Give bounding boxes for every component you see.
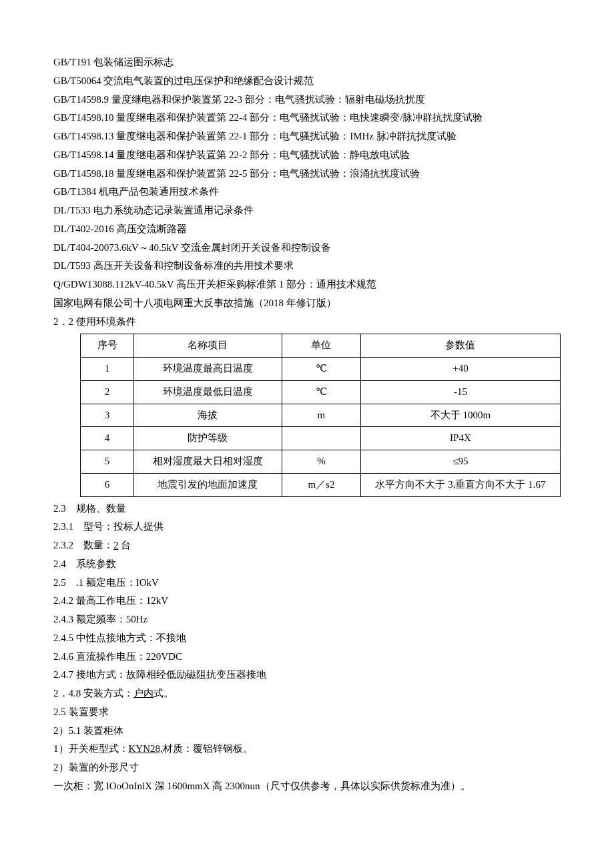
cell-value: 不大于 1000m — [360, 404, 560, 427]
cell-item: 环境温度最低日温度 — [134, 380, 282, 404]
cell-item: 防护等级 — [134, 427, 282, 450]
standard-line: GB/T14598.14 量度继电器和保护装置第 22-2 部分：电气骚扰试验：… — [53, 146, 561, 165]
text: 2．4.8 安装方式： — [53, 688, 133, 699]
section-2-4-8: 2．4.8 安装方式：户内式。 — [53, 685, 561, 703]
section-2-3-2: 2.3.2 数量：2 台 — [53, 536, 561, 555]
environment-conditions-table: 序号 名称项目 单位 参数值 1 环境温度最高日温度 ℃ +40 2 环境温度最… — [80, 334, 561, 496]
cell-unit — [282, 427, 360, 450]
cell-no: 4 — [81, 427, 134, 450]
cell-item: 相对湿度最大日相对湿度 — [134, 450, 282, 474]
install-mode: 户内 — [133, 688, 154, 699]
section-2-4-5: 2.4.5 中性点接地方式：不接地 — [53, 629, 561, 648]
section-2-4-6: 2.4.6 直流操作电压：220VDC — [53, 648, 561, 667]
text: 式。 — [154, 688, 174, 699]
cell-value: IP4X — [360, 427, 560, 450]
section-2-4-7: 2.4.7 接地方式：故障相经低励磁阻抗变压器接地 — [53, 666, 561, 685]
section-2-4-2: 2.4.2 最高工作电压：12kV — [53, 592, 561, 610]
text: 1）开关柜型式： — [53, 743, 129, 754]
standard-line: GB/T1384 机电产品包装通用技术条件 — [53, 183, 561, 201]
table-row: 2 环境温度最低日温度 ℃ -15 — [81, 380, 561, 404]
cell-unit: ℃ — [282, 380, 360, 404]
standard-line: GB/T191 包装储运图示标志 — [53, 53, 561, 72]
cell-unit: m — [282, 404, 360, 427]
standard-line: GB/T14598.9 量度继电器和保护装置第 22-3 部分：电气骚扰试验：辐… — [53, 91, 561, 109]
standards-list: GB/T191 包装储运图示标志 GB/T50064 交流电气装置的过电压保护和… — [53, 53, 561, 313]
quantity-value: 2 — [113, 540, 119, 550]
section-2-5-1-title: 2）5.1 装置柜体 — [53, 722, 561, 741]
table-row: 5 相对湿度最大日相对湿度 % ≤95 — [81, 450, 561, 474]
standard-line: GB/T14598.13 量度继电器和保护装置第 22-1 部分：电气骚扰试验：… — [53, 127, 561, 146]
cell-no: 2 — [81, 380, 134, 404]
table-header-row: 序号 名称项目 单位 参数值 — [81, 334, 561, 358]
cell-no: 1 — [81, 358, 134, 381]
cell-item: 地震引发的地面加速度 — [134, 473, 282, 496]
cabinet-model: KYN28, — [129, 743, 163, 754]
table-row: 3 海拔 m 不大于 1000m — [81, 404, 561, 427]
table-row: 1 环境温度最高日温度 ℃ +40 — [81, 358, 561, 381]
table-row: 6 地震引发的地面加速度 m／s2 水平方向不大于 3,垂直方向不大于 1.67 — [81, 473, 561, 496]
section-2-5: 2.5 装置要求 — [53, 703, 561, 722]
text: 材质：覆铝锌钢板。 — [163, 743, 253, 754]
standard-line: DL/T533 电力系统动态记录装置通用记录条件 — [53, 201, 561, 220]
section-2-3-1: 2.3.1 型号：投标人提供 — [53, 518, 561, 536]
cabinet-type-line: 1）开关柜型式：KYN28,材质：覆铝锌钢板。 — [53, 740, 561, 759]
section-2-3: 2.3 规格、数量 — [53, 500, 561, 518]
cell-no: 3 — [81, 404, 134, 427]
cell-value: -15 — [360, 380, 560, 404]
standard-line: DL/T402-2016 高压交流断路器 — [53, 220, 561, 239]
section-2-2-heading: 2．2 使用环境条件 — [53, 313, 561, 332]
section-2-5-1: 2.5 .1 额定电压：IOkV — [53, 574, 561, 592]
cell-no: 6 — [81, 473, 134, 496]
header-value: 参数值 — [360, 334, 560, 358]
header-unit: 单位 — [282, 334, 360, 358]
standard-line: GB/T14598.18 量度继电器和保护装置第 22-5 部分：电气骚扰试验：… — [53, 165, 561, 183]
standard-line: 国家电网有限公司十八项电网重大反事故措施（2018 年修订版） — [53, 294, 561, 313]
standard-line: DL/T593 高压开关设备和控制设备标准的共用技术要求 — [53, 257, 561, 276]
cell-unit: % — [282, 450, 360, 474]
table-row: 4 防护等级 IP4X — [81, 427, 561, 450]
header-no: 序号 — [81, 334, 134, 358]
section-2-4: 2.4 系统参数 — [53, 555, 561, 574]
text: 台 — [119, 540, 131, 550]
standard-line: GB/T50064 交流电气装置的过电压保护和绝缘配合设计规范 — [53, 72, 561, 91]
section-2-4-3: 2.4.3 额定频率：50Hz — [53, 610, 561, 629]
cell-item: 海拔 — [134, 404, 282, 427]
cell-item: 环境温度最高日温度 — [134, 358, 282, 381]
cell-unit: ℃ — [282, 358, 360, 381]
dimensions-heading: 2）装置的外形尺寸 — [53, 759, 561, 777]
cell-no: 5 — [81, 450, 134, 474]
cell-value: +40 — [360, 358, 560, 381]
standard-line: DL/T404-20073.6kV～40.5kV 交流金属封闭开关设备和控制设备 — [53, 239, 561, 258]
text: 2.3.2 数量： — [53, 540, 113, 550]
header-item: 名称项目 — [134, 334, 282, 358]
cell-unit: m／s2 — [282, 473, 360, 496]
cell-value: ≤95 — [360, 450, 560, 474]
cell-value: 水平方向不大于 3,垂直方向不大于 1.67 — [360, 473, 560, 496]
standard-line: GB/T14598.10 量度继电器和保护装置第 22-4 部分：电气骚扰试验：… — [53, 109, 561, 127]
standard-line: Q/GDW13088.112kV-40.5kV 高压开关柜采购标准第 1 部分：… — [53, 276, 561, 294]
dimensions-text: 一次柜：宽 IOoOnInlX 深 1600mmX 高 2300nun（尺寸仅供… — [53, 777, 561, 796]
